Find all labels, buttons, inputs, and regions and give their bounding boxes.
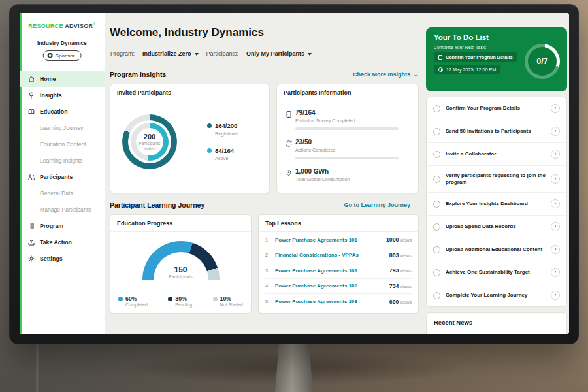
task-row[interactable]: Confirm Your Program Details › xyxy=(427,97,566,120)
sidebar-item-program[interactable]: Program xyxy=(20,218,105,234)
legend-dot-not-started xyxy=(213,297,218,301)
task-checkbox[interactable] xyxy=(433,223,440,231)
check-more-insights-link[interactable]: Check More Insights → xyxy=(353,71,419,78)
sidebar-item-learning-insights[interactable]: Learning Insights xyxy=(20,152,105,169)
task-checkbox[interactable] xyxy=(433,292,440,299)
task-label: Achieve One Sustainability Target xyxy=(446,269,546,276)
desk-edge xyxy=(37,345,38,392)
task-row[interactable]: Verify participants requesting to join t… xyxy=(427,166,566,193)
lesson-link[interactable]: Power Purchase Agreements 101 xyxy=(275,237,382,243)
stat-row: 79/164 Emission Survey Completed xyxy=(285,109,410,130)
sponsor-label: Sponsor xyxy=(56,53,75,59)
legend-label: Registered xyxy=(215,131,238,137)
sidebar-item-education-content[interactable]: Education Content xyxy=(20,136,105,152)
lesson-link[interactable]: Financial Considerations - VPPAs xyxy=(275,252,385,258)
program-filter-label: Program: xyxy=(110,50,135,57)
lesson-views-count: 1000 xyxy=(386,237,399,243)
card-title: Participants Information xyxy=(277,84,418,101)
legend-value: 164/200 xyxy=(215,122,237,129)
next-task-label: Confirm Your Program Details xyxy=(446,54,512,60)
lesson-views: 793views xyxy=(389,267,412,274)
task-chevron-button[interactable]: › xyxy=(551,174,560,184)
legend-value: 10% xyxy=(220,295,232,302)
sidebar-item-participants[interactable]: Participants xyxy=(20,169,105,185)
task-chevron-button[interactable]: › xyxy=(551,245,560,254)
lesson-views-count: 734 xyxy=(389,283,399,289)
chevron-right-icon: › xyxy=(555,269,557,275)
sidebar-item-label: Settings xyxy=(40,255,63,262)
sidebar-item-label: Education Content xyxy=(40,141,86,148)
sidebar-item-label: General Data xyxy=(40,190,73,197)
invited-participants-donut-chart: 200 Participants Invited xyxy=(122,114,177,169)
lesson-link[interactable]: Power Purchase Agreements 102 xyxy=(275,283,385,289)
task-chevron-button[interactable]: › xyxy=(551,199,560,208)
task-row[interactable]: Complete Your Learning Journey › xyxy=(427,284,566,307)
task-chevron-button[interactable]: › xyxy=(551,222,560,231)
section-title: Program Insights xyxy=(110,71,166,78)
task-checkbox[interactable] xyxy=(433,151,440,158)
lesson-views: 734views xyxy=(389,283,412,289)
participants-select[interactable]: Only My Participants xyxy=(246,50,312,57)
go-to-learning-journey-link[interactable]: Go to Learning Journey → xyxy=(344,202,419,208)
gauge-legend: 60% Completed 30% Pending 10% Not Starte… xyxy=(118,295,243,307)
task-checkbox[interactable] xyxy=(433,201,440,208)
donut-center: 200 Participants Invited xyxy=(122,114,177,169)
task-label: Upload Additional Educational Content xyxy=(446,246,546,253)
task-checkbox[interactable] xyxy=(433,269,440,276)
task-checkbox[interactable] xyxy=(433,105,440,112)
task-chevron-button[interactable]: › xyxy=(551,104,560,113)
lesson-link[interactable]: Power Purchase Agreements 103 xyxy=(275,299,385,304)
lesson-list: 1 Power Purchase Agreements 101 1000view… xyxy=(259,232,418,310)
donut-center-label: Participants Invited xyxy=(135,141,165,151)
task-row[interactable]: Invite a Collaborator › xyxy=(427,143,566,166)
dashboard-screen: RESOURCE ADVISOR+ Industry Dynamics Spon… xyxy=(20,13,569,334)
program-select[interactable]: Industrialize Zero xyxy=(142,50,199,57)
task-chevron-button[interactable]: › xyxy=(551,291,560,300)
task-row[interactable]: Explore Your Insights Dashboard › xyxy=(427,193,566,216)
task-checkbox[interactable] xyxy=(433,176,440,183)
gauge-center-value: 150 xyxy=(142,265,220,274)
todo-summary-card: Your To Do List Complete Your Next Task:… xyxy=(426,27,567,91)
task-chevron-button[interactable]: › xyxy=(551,150,560,159)
lesson-views-label: views xyxy=(400,238,412,242)
chevron-right-icon: › xyxy=(555,292,557,298)
donut-legend: 164/200 Registered 84/164 Active xyxy=(207,122,238,161)
lesson-link[interactable]: Power Purchase Agreements 101 xyxy=(275,268,385,274)
chevron-right-icon: › xyxy=(555,128,557,134)
task-row[interactable]: Send 50 Invitations to Participants › xyxy=(427,120,566,143)
task-row[interactable]: Upload Additional Educational Content › xyxy=(427,238,566,261)
sponsor-icon xyxy=(48,53,53,58)
task-row[interactable]: Upload Spend Data Records › xyxy=(427,216,566,238)
monitor-stand xyxy=(275,344,313,392)
education-progress-gauge-chart: 150 Participants xyxy=(142,241,220,280)
legend-dot-completed xyxy=(118,297,123,301)
task-row[interactable]: Achieve One Sustainability Target › xyxy=(427,261,566,284)
sidebar-item-label: Program xyxy=(40,223,63,229)
card-title: Invited Participants xyxy=(110,84,269,101)
task-checkbox[interactable] xyxy=(433,246,440,253)
todo-progress-value: 0/7 xyxy=(536,57,547,66)
participants-icon xyxy=(27,173,35,181)
recent-news-title: Recent News xyxy=(427,313,566,332)
sidebar-item-settings[interactable]: Settings xyxy=(20,250,105,267)
task-chevron-button[interactable]: › xyxy=(551,268,560,277)
sidebar-item-learning-journey[interactable]: Learning Journey xyxy=(20,120,105,136)
logo-primary: RESOURCE xyxy=(28,23,63,29)
lesson-views-label: views xyxy=(400,253,412,258)
task-chevron-button[interactable]: › xyxy=(551,127,560,136)
task-label: Confirm Your Program Details xyxy=(446,105,546,112)
next-task-chip[interactable]: Confirm Your Program Details xyxy=(434,52,517,62)
legend-dot-active xyxy=(207,148,212,153)
lesson-views: 1000views xyxy=(386,237,412,243)
sidebar-item-take-action[interactable]: Take Action xyxy=(20,234,105,250)
sidebar-item-education[interactable]: Education xyxy=(20,103,105,120)
sidebar-item-label: Participants xyxy=(40,174,73,180)
task-checkbox[interactable] xyxy=(433,128,440,135)
sidebar-item-general-data[interactable]: General Data xyxy=(20,185,105,201)
sidebar-item-manage-participants[interactable]: Manage Participants xyxy=(20,201,105,218)
legend-label: Pending xyxy=(175,302,192,307)
lesson-rank: 5 xyxy=(265,299,270,304)
card-title: Education Progress xyxy=(110,215,251,232)
sidebar-item-home[interactable]: Home xyxy=(20,71,105,87)
sidebar-item-insights[interactable]: Insights xyxy=(20,87,105,103)
